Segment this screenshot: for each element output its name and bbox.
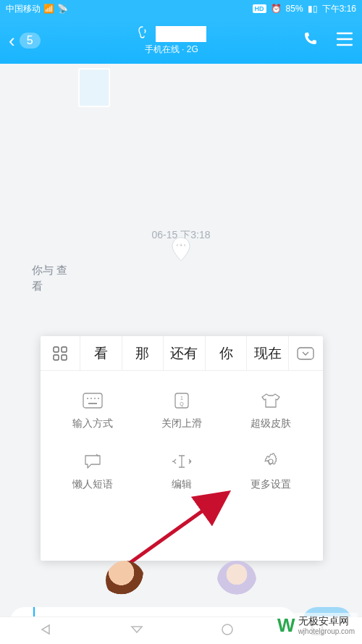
- watermark: W 无极安卓网 wjhotelgroup.com: [274, 613, 358, 638]
- svg-text:Q: Q: [180, 401, 184, 407]
- status-bar: 中国移动 📶 📡 HD ⏰ 85% ▮▯ 下午3:16: [0, 0, 362, 17]
- back-button[interactable]: ‹ 5: [9, 30, 41, 52]
- svg-point-9: [94, 398, 96, 399]
- clock: 下午3:16: [322, 3, 356, 15]
- svg-point-8: [90, 398, 92, 399]
- wifi-icon: 📡: [57, 4, 68, 14]
- chevron-left-icon: ‹: [9, 30, 15, 52]
- svg-rect-5: [298, 348, 313, 359]
- location-marker-icon: ‹ + ›: [170, 236, 192, 265]
- sticker-avatar-1[interactable]: [106, 561, 145, 600]
- suggestion-grid-toggle[interactable]: [41, 346, 80, 361]
- previous-message-thumbnail[interactable]: [78, 68, 110, 107]
- chat-area[interactable]: 06-15 下3:18 ‹ + › 你与 查 看 看 那 还有 你 现在: [0, 64, 362, 616]
- edit-cursor-icon: [171, 452, 193, 471]
- suggestion-word-3[interactable]: 你: [205, 336, 247, 371]
- sticker-row: [0, 561, 362, 600]
- suggestion-word-1[interactable]: 那: [122, 336, 164, 371]
- system-message-line1: 你与 查: [32, 264, 329, 277]
- nav-home[interactable]: [220, 622, 235, 640]
- suggestion-word-4[interactable]: 现在: [246, 336, 288, 371]
- watermark-logo: W: [277, 614, 294, 637]
- cell-super-skin[interactable]: 超级皮肤: [226, 391, 315, 430]
- nav-back[interactable]: [38, 624, 54, 638]
- chat-header: ‹ 5 手机在线 · 2G: [0, 17, 362, 64]
- keyboard-icon: [82, 391, 104, 410]
- cell-edit[interactable]: 编辑: [137, 452, 226, 491]
- signal-icon: 📶: [43, 4, 54, 14]
- svg-point-15: [269, 459, 273, 464]
- cell-more-settings[interactable]: 更多设置: [226, 452, 315, 491]
- cell-label: 输入方式: [72, 417, 113, 430]
- hd-badge: HD: [253, 4, 266, 13]
- sticker-avatar-2[interactable]: [217, 561, 256, 600]
- nav-hide-kb[interactable]: [129, 624, 145, 638]
- watermark-brand: 无极安卓网: [298, 616, 355, 627]
- tshirt-icon: [260, 391, 282, 410]
- svg-rect-6: [83, 393, 102, 408]
- svg-text:‹ + ›: ‹ + ›: [177, 243, 186, 248]
- svg-point-26: [222, 624, 232, 635]
- cell-close-swipe[interactable]: 1Q 关闭上滑: [137, 391, 226, 430]
- system-message-line2: 看: [32, 280, 43, 293]
- alarm-icon: ⏰: [271, 4, 282, 14]
- svg-rect-4: [62, 355, 67, 360]
- online-status: 手机在线 · 2G: [145, 43, 198, 56]
- call-button[interactable]: [303, 30, 320, 51]
- ime-settings-popup: 看 那 还有 你 现在 输入方式 1Q 关闭上滑 超级皮肤: [41, 336, 323, 561]
- gear-icon: [260, 452, 282, 471]
- watermark-url: wjhotelgroup.com: [298, 627, 355, 635]
- battery-icon: ▮▯: [308, 4, 318, 14]
- suggestion-word-2[interactable]: 还有: [163, 336, 205, 371]
- ear-icon: [137, 26, 148, 42]
- unread-badge: 5: [20, 33, 41, 49]
- suggestion-row: 看 那 还有 你 现在: [41, 336, 323, 371]
- battery-percent: 85%: [286, 4, 303, 14]
- svg-rect-2: [62, 347, 67, 352]
- svg-text:1: 1: [180, 396, 183, 401]
- menu-button[interactable]: [336, 32, 353, 49]
- cell-label: 懒人短语: [72, 478, 113, 491]
- swipe-off-icon: 1Q: [171, 391, 193, 410]
- svg-rect-3: [54, 355, 59, 360]
- cell-label: 编辑: [172, 478, 192, 491]
- svg-point-7: [87, 398, 88, 399]
- cell-label: 更多设置: [251, 478, 291, 491]
- cell-input-method[interactable]: 输入方式: [48, 391, 137, 430]
- chat-lazy-icon: [82, 452, 104, 471]
- svg-rect-1: [54, 347, 59, 352]
- cell-label: 关闭上滑: [161, 417, 202, 430]
- svg-rect-11: [88, 403, 97, 404]
- contact-name-redacted: [156, 26, 206, 42]
- cell-lazy-phrase[interactable]: 懒人短语: [48, 452, 137, 491]
- cell-label: 超级皮肤: [251, 417, 291, 430]
- svg-point-10: [98, 398, 99, 399]
- carrier-label: 中国移动: [6, 3, 41, 15]
- suggestion-more-button[interactable]: [288, 336, 323, 371]
- suggestion-word-0[interactable]: 看: [80, 336, 122, 371]
